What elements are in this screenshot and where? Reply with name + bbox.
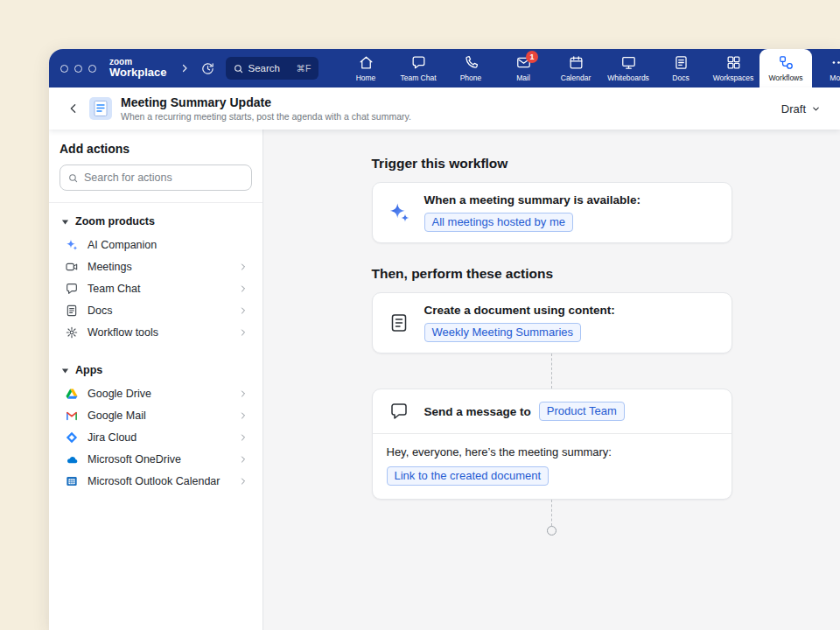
docs-icon (65, 304, 79, 318)
window-control-dot[interactable] (60, 65, 68, 73)
trigger-card[interactable]: When a meeting summary is available: All… (372, 182, 732, 243)
message-recipient-tag[interactable]: Product Team (539, 402, 625, 421)
window-control-dot[interactable] (88, 65, 96, 73)
sidebar-section-apps: Apps Google Drive Google Mail (49, 352, 262, 492)
workflow-body: Add actions Zoom products AI Companion (49, 130, 840, 630)
ai-companion-icon (65, 238, 79, 252)
status-badge: Draft (781, 102, 806, 116)
sidebar-item-microsoft-outlook-calendar[interactable]: Microsoft Outlook Calendar (60, 470, 252, 492)
chevron-right-icon (238, 284, 248, 294)
meetings-icon (65, 260, 79, 274)
sidebar-item-meetings[interactable]: Meetings (60, 256, 252, 277)
zoom-workplace-logo: zoom Workplace (109, 58, 167, 79)
gmail-icon (65, 409, 79, 423)
calendar-icon (568, 54, 584, 71)
document-icon (387, 312, 411, 333)
chevron-right-icon (238, 327, 248, 338)
nav-tab-more[interactable]: More (812, 49, 840, 88)
chevron-right-icon (238, 305, 248, 316)
phone-icon (463, 54, 480, 71)
chevron-right-icon (238, 410, 248, 421)
navbar-left: zoom Workplace Search ⌘F (49, 49, 318, 88)
sidebar-item-team-chat[interactable]: Team Chat (60, 277, 252, 299)
outlook-calendar-icon (65, 474, 79, 488)
chevron-right-icon (238, 262, 248, 272)
trigger-heading: Trigger this workflow (372, 156, 732, 172)
workflow-doc-icon (89, 97, 112, 120)
search-icon (67, 172, 79, 184)
sidebar-item-workflow-tools[interactable]: Workflow tools (60, 321, 252, 343)
window-control-dot[interactable] (74, 65, 82, 73)
chevron-right-icon (238, 476, 248, 486)
nav-tab-calendar[interactable]: Calendar (550, 49, 602, 88)
document-content-tag[interactable]: Weekly Meeting Summaries (424, 323, 582, 342)
action-card-send-message[interactable]: Send a message to Product Team Hey, ever… (372, 388, 732, 500)
history-icon[interactable] (200, 61, 215, 76)
chevron-right-icon (238, 454, 248, 465)
home-icon (358, 54, 374, 71)
nav-tab-workflows[interactable]: Workflows (760, 49, 812, 88)
ai-sparkle-icon (387, 200, 411, 225)
message-body-text: Hey, everyone, here’s the meeting summar… (387, 445, 718, 458)
section-header-apps[interactable]: Apps (60, 357, 252, 382)
sidebar-item-ai-companion[interactable]: AI Companion (60, 234, 252, 256)
chevron-right-icon (238, 432, 248, 443)
workflow-title-block: Meeting Summary Update When a recurring … (121, 95, 411, 122)
nav-tab-docs[interactable]: Docs (654, 49, 707, 88)
sidebar-section-zoom-products: Zoom products AI Companion Meetings (49, 203, 262, 343)
actions-search-input[interactable] (84, 172, 244, 184)
team-chat-icon (65, 282, 79, 296)
dashed-connector (551, 500, 552, 526)
sidebar-top: Add actions (49, 130, 262, 203)
sidebar-item-microsoft-onedrive[interactable]: Microsoft OneDrive (60, 448, 252, 470)
nav-tab-workspaces[interactable]: Workspaces (707, 49, 760, 88)
sidebar-item-docs[interactable]: Docs (60, 299, 252, 321)
team-chat-icon (410, 54, 427, 71)
nav-tab-phone[interactable]: Phone (444, 49, 497, 88)
jira-icon (65, 430, 79, 444)
nav-tab-home[interactable]: Home (340, 49, 392, 88)
actions-sidebar: Add actions Zoom products AI Companion (49, 130, 263, 630)
nav-tab-whiteboards[interactable]: Whiteboards (602, 49, 654, 88)
nav-tab-team-chat[interactable]: Team Chat (392, 49, 444, 88)
sidebar-item-google-drive[interactable]: Google Drive (60, 382, 252, 404)
section-header-zoom-products[interactable]: Zoom products (60, 208, 252, 234)
search-shortcut: ⌘F (297, 63, 312, 74)
onedrive-icon (65, 452, 79, 466)
chevron-right-icon (238, 388, 248, 399)
trigger-text: When a meeting summary is available: (424, 193, 641, 206)
google-drive-icon (65, 387, 79, 401)
add-step-node[interactable] (547, 526, 556, 536)
status-dropdown[interactable]: Draft (781, 102, 821, 116)
sidebar-item-google-mail[interactable]: Google Mail (60, 404, 252, 426)
sidebar-item-jira-cloud[interactable]: Jira Cloud (60, 426, 252, 448)
workflows-icon (778, 54, 794, 71)
docs-icon (673, 54, 690, 71)
trigger-scope-tag[interactable]: All meetings hosted by me (424, 213, 573, 232)
whiteboard-icon (620, 54, 637, 71)
workspaces-icon (725, 54, 742, 71)
global-search-button[interactable]: Search ⌘F (226, 57, 318, 80)
caret-down-icon (61, 367, 69, 374)
search-label: Search (248, 63, 280, 74)
actions-search-box[interactable] (60, 164, 252, 191)
chevron-left-icon (66, 102, 80, 116)
caret-down-icon (61, 218, 69, 226)
message-link-tag[interactable]: Link to the created document (387, 466, 550, 486)
chevron-right-icon[interactable] (179, 63, 190, 74)
back-button[interactable] (61, 96, 86, 121)
more-icon (830, 54, 840, 71)
workflow-canvas: Trigger this workflow When a meeting sum… (263, 130, 840, 630)
action-message-text: Send a message to (424, 405, 531, 418)
search-icon (233, 63, 244, 74)
actions-heading: Then, perform these actions (372, 266, 732, 282)
workflow-header: Meeting Summary Update When a recurring … (49, 88, 840, 130)
sidebar-heading: Add actions (60, 142, 252, 156)
action-card-create-document[interactable]: Create a document using content: Weekly … (372, 292, 732, 354)
gear-icon (65, 326, 79, 340)
top-navbar: zoom Workplace Search ⌘F Home Team (49, 49, 840, 88)
dashed-connector (551, 354, 552, 388)
nav-tab-mail[interactable]: 1 Mail (497, 49, 550, 88)
action-document-text: Create a document using content: (424, 304, 615, 317)
page-subtitle: When a recurring meeting starts, post th… (121, 111, 411, 122)
